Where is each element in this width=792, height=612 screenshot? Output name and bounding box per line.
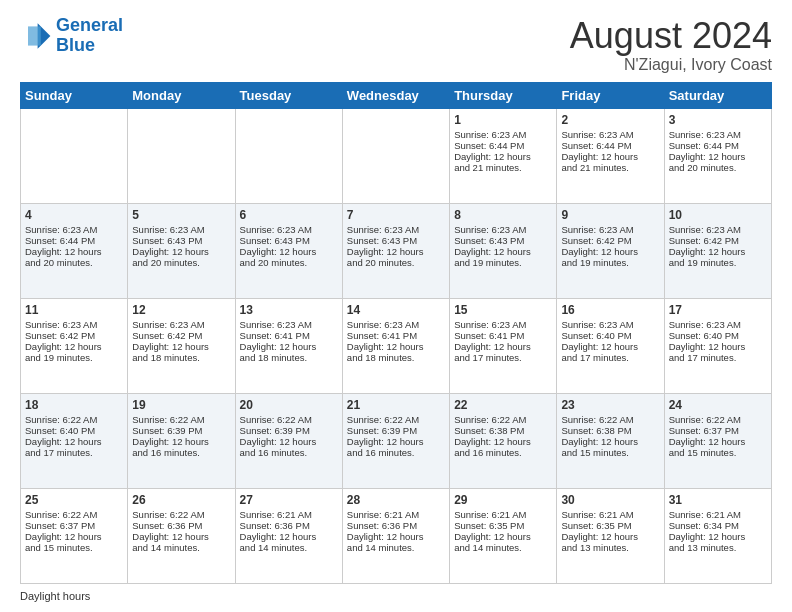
day-number: 17 [669,303,767,317]
day-info-line: and 19 minutes. [25,352,123,363]
day-info-line: Sunset: 6:38 PM [454,425,552,436]
day-info-line: and 15 minutes. [25,542,123,553]
svg-marker-1 [28,26,41,45]
day-info-line: Sunrise: 6:23 AM [454,129,552,140]
day-number: 18 [25,398,123,412]
day-info-line: Sunrise: 6:23 AM [669,224,767,235]
day-number: 19 [132,398,230,412]
day-info-line: Sunrise: 6:22 AM [25,509,123,520]
calendar-cell: 28Sunrise: 6:21 AMSunset: 6:36 PMDayligh… [342,488,449,583]
day-number: 23 [561,398,659,412]
day-info-line: Sunrise: 6:22 AM [669,414,767,425]
day-info-line: Daylight: 12 hours [561,246,659,257]
week-row-0: 1Sunrise: 6:23 AMSunset: 6:44 PMDaylight… [21,108,772,203]
day-info-line: Sunrise: 6:23 AM [561,319,659,330]
day-info-line: Sunrise: 6:23 AM [25,224,123,235]
day-info-line: Sunrise: 6:22 AM [454,414,552,425]
day-info-line: Daylight: 12 hours [561,151,659,162]
day-info-line: Sunrise: 6:21 AM [347,509,445,520]
calendar-cell: 12Sunrise: 6:23 AMSunset: 6:42 PMDayligh… [128,298,235,393]
day-info-line: Sunrise: 6:23 AM [347,224,445,235]
day-info-line: Sunset: 6:38 PM [561,425,659,436]
calendar-cell: 10Sunrise: 6:23 AMSunset: 6:42 PMDayligh… [664,203,771,298]
calendar-cell: 14Sunrise: 6:23 AMSunset: 6:41 PMDayligh… [342,298,449,393]
calendar-cell: 1Sunrise: 6:23 AMSunset: 6:44 PMDaylight… [450,108,557,203]
day-info-line: Sunrise: 6:22 AM [25,414,123,425]
day-info-line: and 16 minutes. [347,447,445,458]
day-number: 30 [561,493,659,507]
day-number: 2 [561,113,659,127]
day-info-line: Daylight: 12 hours [454,151,552,162]
day-info-line: Sunset: 6:35 PM [454,520,552,531]
day-info-line: and 13 minutes. [669,542,767,553]
day-info-line: Sunrise: 6:22 AM [347,414,445,425]
calendar-cell: 21Sunrise: 6:22 AMSunset: 6:39 PMDayligh… [342,393,449,488]
calendar-cell: 27Sunrise: 6:21 AMSunset: 6:36 PMDayligh… [235,488,342,583]
calendar-cell: 8Sunrise: 6:23 AMSunset: 6:43 PMDaylight… [450,203,557,298]
location-title: N'Ziagui, Ivory Coast [570,56,772,74]
week-row-3: 18Sunrise: 6:22 AMSunset: 6:40 PMDayligh… [21,393,772,488]
header: General Blue August 2024 N'Ziagui, Ivory… [20,16,772,74]
calendar-cell: 5Sunrise: 6:23 AMSunset: 6:43 PMDaylight… [128,203,235,298]
day-info-line: Sunrise: 6:23 AM [454,319,552,330]
day-info-line: and 14 minutes. [240,542,338,553]
day-number: 22 [454,398,552,412]
day-info-line: Daylight: 12 hours [347,341,445,352]
day-info-line: and 19 minutes. [454,257,552,268]
calendar-cell: 3Sunrise: 6:23 AMSunset: 6:44 PMDaylight… [664,108,771,203]
day-info-line: Sunrise: 6:23 AM [454,224,552,235]
day-header-thursday: Thursday [450,82,557,108]
calendar-cell: 18Sunrise: 6:22 AMSunset: 6:40 PMDayligh… [21,393,128,488]
day-info-line: and 16 minutes. [132,447,230,458]
day-info-line: Sunrise: 6:23 AM [240,319,338,330]
day-info-line: Daylight: 12 hours [454,531,552,542]
day-info-line: Sunset: 6:40 PM [25,425,123,436]
calendar-cell [21,108,128,203]
day-info-line: and 13 minutes. [561,542,659,553]
day-info-line: and 17 minutes. [669,352,767,363]
day-info-line: Sunrise: 6:23 AM [25,319,123,330]
calendar-cell: 11Sunrise: 6:23 AMSunset: 6:42 PMDayligh… [21,298,128,393]
day-number: 7 [347,208,445,222]
day-info-line: and 14 minutes. [132,542,230,553]
calendar-cell: 2Sunrise: 6:23 AMSunset: 6:44 PMDaylight… [557,108,664,203]
calendar-cell: 23Sunrise: 6:22 AMSunset: 6:38 PMDayligh… [557,393,664,488]
day-info-line: Sunset: 6:35 PM [561,520,659,531]
day-info-line: and 21 minutes. [561,162,659,173]
day-info-line: Sunrise: 6:23 AM [132,319,230,330]
footer: Daylight hours [20,590,772,602]
day-info-line: Sunset: 6:36 PM [347,520,445,531]
day-info-line: Sunset: 6:40 PM [561,330,659,341]
day-info-line: and 14 minutes. [454,542,552,553]
day-info-line: Sunset: 6:43 PM [240,235,338,246]
day-number: 16 [561,303,659,317]
day-info-line: and 14 minutes. [347,542,445,553]
day-number: 4 [25,208,123,222]
day-info-line: and 18 minutes. [347,352,445,363]
calendar-cell: 7Sunrise: 6:23 AMSunset: 6:43 PMDaylight… [342,203,449,298]
day-info-line: Sunrise: 6:21 AM [669,509,767,520]
day-number: 29 [454,493,552,507]
calendar-cell: 22Sunrise: 6:22 AMSunset: 6:38 PMDayligh… [450,393,557,488]
day-info-line: Sunrise: 6:22 AM [132,509,230,520]
calendar-cell [128,108,235,203]
day-info-line: Sunset: 6:36 PM [240,520,338,531]
day-info-line: Daylight: 12 hours [561,341,659,352]
day-info-line: Sunrise: 6:23 AM [561,224,659,235]
day-header-saturday: Saturday [664,82,771,108]
calendar-cell: 19Sunrise: 6:22 AMSunset: 6:39 PMDayligh… [128,393,235,488]
calendar-cell: 13Sunrise: 6:23 AMSunset: 6:41 PMDayligh… [235,298,342,393]
day-info-line: Sunset: 6:39 PM [347,425,445,436]
day-number: 21 [347,398,445,412]
day-info-line: Daylight: 12 hours [240,341,338,352]
calendar-cell [235,108,342,203]
day-info-line: Sunrise: 6:22 AM [132,414,230,425]
day-info-line: Sunset: 6:44 PM [669,140,767,151]
calendar-header-row: SundayMondayTuesdayWednesdayThursdayFrid… [21,82,772,108]
logo-text: General Blue [56,16,123,56]
day-info-line: Sunrise: 6:23 AM [347,319,445,330]
day-info-line: Daylight: 12 hours [25,436,123,447]
day-info-line: Daylight: 12 hours [347,436,445,447]
day-info-line: Sunset: 6:42 PM [132,330,230,341]
day-info-line: Sunset: 6:44 PM [25,235,123,246]
